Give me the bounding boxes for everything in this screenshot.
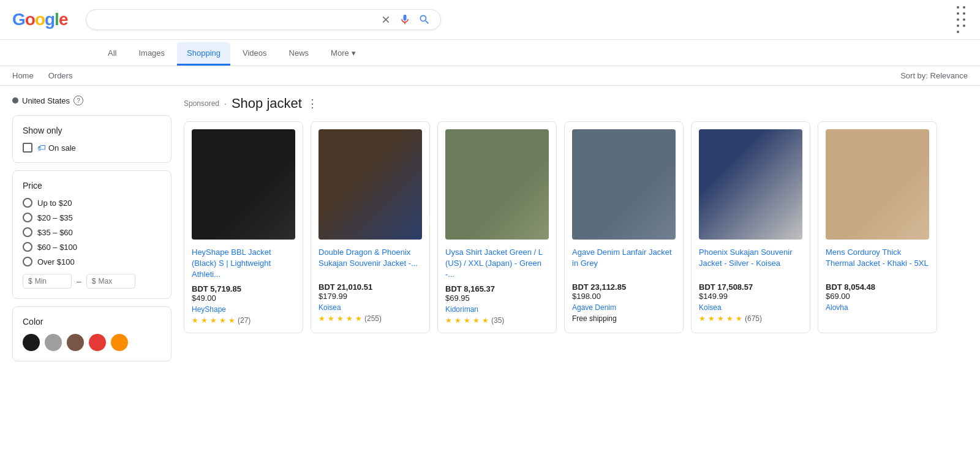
product-seller[interactable]: Koisea <box>318 303 422 312</box>
product-card-6[interactable]: Mens Corduroy Thick Thermal Jacket - Kha… <box>818 121 937 333</box>
search-input[interactable]: jacket <box>96 14 374 25</box>
color-filter: Color <box>12 306 172 361</box>
product-seller[interactable]: Koisea <box>699 303 802 312</box>
color-swatch-red[interactable] <box>89 334 106 351</box>
price-max-container: $ <box>86 274 135 289</box>
header: Google jacket <box>0 0 980 40</box>
color-swatch-black[interactable] <box>23 334 40 351</box>
product-image <box>699 129 802 240</box>
product-card-5[interactable]: Phoenix Sukajan Souvenir Jacket - Silver… <box>691 121 810 333</box>
nav-tabs: All Images Shopping Videos News More ▾ <box>0 40 980 66</box>
star-filled-icon: ★ <box>328 314 334 323</box>
google-logo[interactable]: Google <box>12 10 67 29</box>
product-shipping: Free shipping <box>572 314 676 323</box>
product-name: Phoenix Sukajan Souvenir Jacket - Silver… <box>699 247 802 279</box>
tab-videos[interactable]: Videos <box>233 42 277 66</box>
price-option-3[interactable]: $60 – $100 <box>23 242 161 252</box>
price-radio-4[interactable] <box>23 257 32 267</box>
product-name: Double Dragon & Phoenix Sukajan Souvenir… <box>318 247 422 279</box>
price-radio-0[interactable] <box>23 198 32 208</box>
color-swatch-gray[interactable] <box>45 334 62 351</box>
star-filled-icon: ★ <box>192 316 198 325</box>
search-button[interactable] <box>418 13 431 26</box>
product-image <box>572 129 676 240</box>
more-options-icon[interactable]: ⋮ <box>307 97 318 110</box>
tab-all[interactable]: All <box>98 42 126 66</box>
price-option-1[interactable]: $20 – $35 <box>23 213 161 222</box>
shop-title: Shop jacket <box>232 96 302 112</box>
product-stars: ★★★★★(35) <box>445 316 549 325</box>
main-content: United States ? Show only 🏷 On sale Pric… <box>0 86 980 379</box>
price-radio-1[interactable] <box>23 213 32 222</box>
tab-news[interactable]: News <box>279 42 319 66</box>
dot-separator: · <box>224 99 227 108</box>
product-price-usd: $149.99 <box>699 292 802 301</box>
price-dash: – <box>77 276 81 286</box>
price-option-4[interactable]: Over $100 <box>23 257 161 267</box>
on-sale-checkbox[interactable] <box>23 143 32 153</box>
sponsored-label: Sponsored <box>184 99 219 108</box>
sidebar: United States ? Show only 🏷 On sale Pric… <box>12 96 172 369</box>
product-price-bdt: BDT 8,165.37 <box>445 284 549 293</box>
product-stars: ★★★★★(675) <box>699 314 802 323</box>
product-price-usd: $49.00 <box>192 293 295 303</box>
apps-button[interactable] <box>957 6 968 33</box>
product-price-bdt: BDT 23,112.85 <box>572 282 676 292</box>
price-option-0[interactable]: Up to $20 <box>23 198 161 208</box>
color-swatch-orange[interactable] <box>111 334 128 351</box>
product-price-usd: $69.00 <box>826 292 929 301</box>
show-only-filter: Show only 🏷 On sale <box>12 115 172 163</box>
price-max-input[interactable] <box>98 277 129 285</box>
on-sale-label[interactable]: 🏷 On sale <box>37 143 76 153</box>
product-seller[interactable]: Kidoriman <box>445 305 549 314</box>
tab-images[interactable]: Images <box>129 42 175 66</box>
sub-nav-links: Home Orders <box>12 71 72 80</box>
star-filled-icon: ★ <box>355 314 362 323</box>
star-half-icon: ★ <box>228 316 235 325</box>
orders-link[interactable]: Orders <box>48 71 73 80</box>
price-min-input[interactable] <box>35 277 66 285</box>
star-filled-icon: ★ <box>736 314 742 323</box>
clear-button[interactable] <box>380 14 391 25</box>
location-row: United States ? <box>12 96 172 105</box>
product-price-usd: $179.99 <box>318 292 422 301</box>
review-count: (255) <box>364 314 382 323</box>
star-filled-icon: ★ <box>210 316 217 325</box>
price-radio-2[interactable] <box>23 227 32 237</box>
product-stars: ★★★★★(255) <box>318 314 422 323</box>
price-radio-3[interactable] <box>23 242 32 252</box>
star-filled-icon: ★ <box>201 316 208 325</box>
product-card-4[interactable]: Agave Denim Lanfair Jacket in Grey BDT 2… <box>564 121 684 333</box>
search-bar-icons <box>380 13 431 26</box>
star-filled-icon: ★ <box>464 316 470 325</box>
show-only-title: Show only <box>23 126 161 135</box>
product-card-1[interactable]: HeyShape BBL Jacket (Black) S | Lightwei… <box>184 121 303 333</box>
star-filled-icon: ★ <box>473 316 480 325</box>
tab-shopping[interactable]: Shopping <box>177 42 230 66</box>
product-image <box>826 129 929 240</box>
price-options: Up to $20 $20 – $35 $35 – $60 $60 – $100… <box>23 198 161 267</box>
product-seller[interactable]: Alovha <box>826 303 929 312</box>
star-filled-icon: ★ <box>318 314 325 323</box>
voice-search-button[interactable] <box>399 13 411 26</box>
price-option-2[interactable]: $35 – $60 <box>23 227 161 237</box>
product-price-bdt: BDT 21,010.51 <box>318 282 422 292</box>
info-icon[interactable]: ? <box>74 96 83 105</box>
product-seller[interactable]: HeyShape <box>192 305 295 314</box>
star-filled-icon: ★ <box>726 314 733 323</box>
star-filled-icon: ★ <box>454 316 461 325</box>
chevron-down-icon: ▾ <box>352 48 356 58</box>
star-filled-icon: ★ <box>219 316 226 325</box>
product-card-3[interactable]: Uysa Shirt Jacket Green / L (US) / XXL (… <box>437 121 557 333</box>
product-price-bdt: BDT 5,719.85 <box>192 284 295 293</box>
review-count: (675) <box>745 314 762 323</box>
product-card-2[interactable]: Double Dragon & Phoenix Sukajan Souvenir… <box>311 121 430 333</box>
on-sale-row: 🏷 On sale <box>23 143 161 153</box>
star-filled-icon: ★ <box>445 316 452 325</box>
home-link[interactable]: Home <box>12 71 34 80</box>
tab-more[interactable]: More ▾ <box>321 42 366 66</box>
color-swatch-brown[interactable] <box>67 334 84 351</box>
tag-icon: 🏷 <box>37 143 46 153</box>
product-seller[interactable]: Agave Denim <box>572 303 676 312</box>
product-image <box>192 129 295 240</box>
